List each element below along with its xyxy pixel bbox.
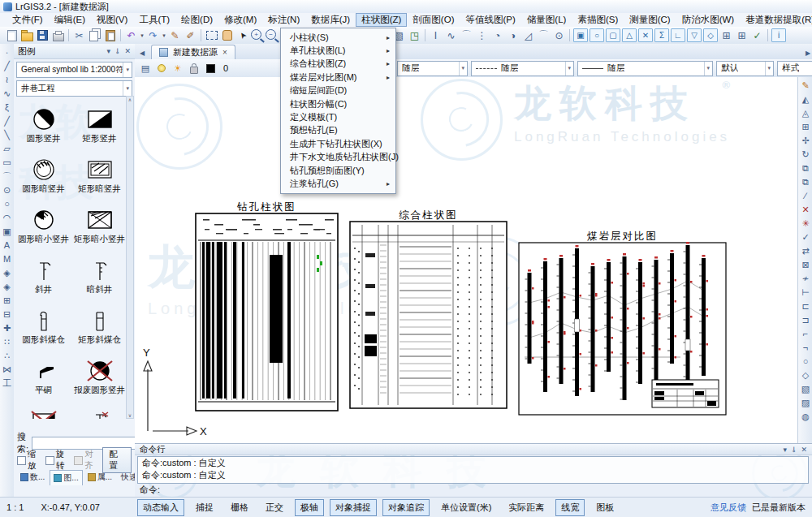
zoom-in-button[interactable]: + [251,29,261,40]
menu-column-chart[interactable]: 柱状图(Z) [356,13,407,27]
curve-button[interactable]: ⌒ [459,28,474,43]
symbol-incline-shaft[interactable]: 斜井 [16,247,71,297]
symbol-category-combo[interactable]: 井巷工程 ▾ [16,80,132,97]
tool-block-button[interactable]: ◈ [3,268,10,278]
tool-rotate-button[interactable]: ↻ [801,149,809,160]
point-cloud-button[interactable]: ⋮ [474,28,490,43]
tool-edge-right-button[interactable]: ⊐ [801,315,809,325]
symbol-circular-shaft[interactable]: 圆形竖井 [16,96,71,146]
menuitem-single-hole-column[interactable]: 单孔柱状图(L)▸ [281,44,395,57]
menuitem-shorten-layer-spacing[interactable]: 缩短层间距(D) [281,84,395,97]
tool-draw-polyline-button[interactable]: ≀ [5,75,8,85]
menu-sketch-chart[interactable]: 素描图(S) [572,13,624,27]
tool-move-button[interactable]: ✢ [801,136,809,146]
pointer-button[interactable]: ➤ [232,25,253,46]
menu-roadway-data-extract[interactable]: 巷道数据提取(R) [740,13,812,27]
snap-triangle-button[interactable]: △ [622,28,637,42]
tool-block-library-button[interactable]: ◈ [3,282,10,292]
tab-scroll-right-button[interactable]: ▶ [802,47,812,59]
panel-tab-2[interactable]: 属... [84,469,116,485]
tool-draw-arc-3pt-button[interactable]: ◠ [3,213,11,223]
status-snap-button[interactable]: 捕捉 [190,499,219,516]
menu-draw[interactable]: 绘图(D) [175,13,218,27]
circle-point-button[interactable]: ⊙ [551,28,567,43]
tool-node-add-button[interactable]: ⊞ [3,295,11,306]
layer-freeze-button[interactable]: ☀ [171,62,184,75]
pie-half-button[interactable]: ◑ [505,28,520,43]
tool-draw-mtext-button[interactable]: M [3,254,11,265]
menu-view[interactable]: 视图(V) [91,13,133,27]
symbol-library-combo[interactable]: General symbol lib 1:2000符号 ▾ [16,62,132,78]
menu-water-control-chart[interactable]: 防治水图(W) [676,13,741,27]
tool-draw-circle-button[interactable]: ○ [4,199,10,209]
menuitem-small-column[interactable]: 小柱状(S)▸ [281,31,395,44]
status-actual-distance-button[interactable]: 实际距离 [503,499,550,516]
h-ruler-button[interactable]: I [428,28,443,43]
save-file-button[interactable] [35,28,50,43]
tool-link-nodes-button[interactable]: ⋈ [2,364,11,375]
panel-pin-icon[interactable]: ⊸ [114,48,122,54]
polyline-smooth-button[interactable]: ∿ [443,28,459,43]
tool-node-move-button[interactable]: ✚ [3,323,11,334]
tab-scroll-left-button[interactable]: ◀ [136,47,148,59]
layer-manager-button[interactable]: ▤ [139,62,152,75]
tool-draw-segment-button[interactable]: ╱ [4,116,10,127]
tool-point-mark-button[interactable]: ✳ [801,218,809,229]
format-brush-button[interactable]: ✎ [167,28,183,43]
snap-square-button[interactable]: ▢ [606,28,620,42]
snap-cross-button[interactable]: ✕ [638,28,653,42]
tool-draw-region-button[interactable]: ▣ [2,226,11,237]
tool-corner-2-button[interactable]: ¬ [803,343,808,353]
symbol-retired-incline-shaft[interactable]: 报废斜井 [72,398,127,419]
menu-contour-chart[interactable]: 等值线图(P) [460,13,520,27]
symbol-circular-blind-small-shaft[interactable]: 圆形暗小竖井 [16,196,71,247]
tool-draw-line-button[interactable]: ╱ [4,61,10,71]
tool-copy-multiple-button[interactable]: ⧉ [802,177,809,187]
tool-mirror-button[interactable]: ◭ [802,94,809,105]
tool-stretch-button[interactable]: 工 [2,378,11,389]
snap-nabla-button[interactable]: ▽ [687,28,702,42]
snap-center-button[interactable]: ▣ [573,28,588,42]
linetype-combo[interactable]: 随层▾ [471,61,574,76]
menuitem-define-template[interactable]: 定义模板(T) [281,110,395,123]
tool-polygon-edit-2-button[interactable]: ◇ [802,370,809,381]
symbol-retired-circular-shaft[interactable]: 报废圆形竖井 [72,347,127,398]
tool-node-grid-2-button[interactable]: ∴ [4,351,10,361]
symbol-scrollbar[interactable]: ∧ ∨ [126,96,134,419]
status-lineweight-button[interactable]: 线宽 [555,499,585,516]
arc-button[interactable]: ⌒ [536,28,551,43]
drawing-canvas[interactable]: ® 龙软科技 LongRuan Technologies 龙软科技 LongRu… [135,77,797,443]
undo-menu-button[interactable]: ▾ [139,28,145,43]
scroll-down-icon[interactable]: ∨ [128,412,132,418]
tool-polygon-edit-button[interactable]: ○ [803,356,809,367]
tool-draw-polygon-button[interactable]: ▱ [3,144,10,154]
status-polar-button[interactable]: 极轴 [295,499,324,516]
menuitem-grouting-borehole[interactable]: 注浆钻孔(G)▸ [281,177,395,190]
layer-color-button[interactable] [204,62,217,75]
symbol-blind-incline-shaft[interactable]: 暗斜井 [72,247,127,297]
layer-visibility-button[interactable] [155,62,168,75]
new-file-button[interactable] [4,28,19,43]
select-window-button[interactable] [204,28,219,43]
menu-file[interactable]: 文件(F) [6,13,49,27]
tool-draw-rectangle-button[interactable]: ▭ [2,157,11,168]
clean-brush-button[interactable]: ✐ [183,28,198,43]
symbol-retired-rect-shaft[interactable]: 报废矩形竖井 [16,398,71,419]
menuitem-generate-underground-borehole-column[interactable]: 生成井下钻孔柱状图(X) [281,137,395,150]
menu-survey-chart[interactable]: 测量图(C) [624,13,676,27]
text-style-combo[interactable]: 样式▾ [777,61,812,76]
status-drawing-board-button[interactable]: 图板 [590,499,620,516]
pie-quarter-button[interactable]: ◔ [490,28,505,43]
panel-collapse-icon[interactable]: ▾ [783,446,787,454]
panel-tab-0[interactable]: 数... [16,469,49,485]
tool-render-button[interactable]: ◍ [801,411,810,422]
confirm-button[interactable]: ✓ [749,28,765,43]
tool-copy-object-button[interactable]: ⧉ [802,163,809,174]
snap-perpendicular-button[interactable]: ∟ [671,28,685,42]
menu-database[interactable]: 数据库(J) [305,13,356,27]
menu-tools[interactable]: 工具(T) [133,13,175,27]
paste-button[interactable] [102,28,118,43]
panel-collapse-icon[interactable]: ▾ [106,47,110,55]
tool-draw-spline-button[interactable]: ∿ [3,88,11,99]
tool-node-grid-button[interactable]: ∷ [4,337,10,347]
